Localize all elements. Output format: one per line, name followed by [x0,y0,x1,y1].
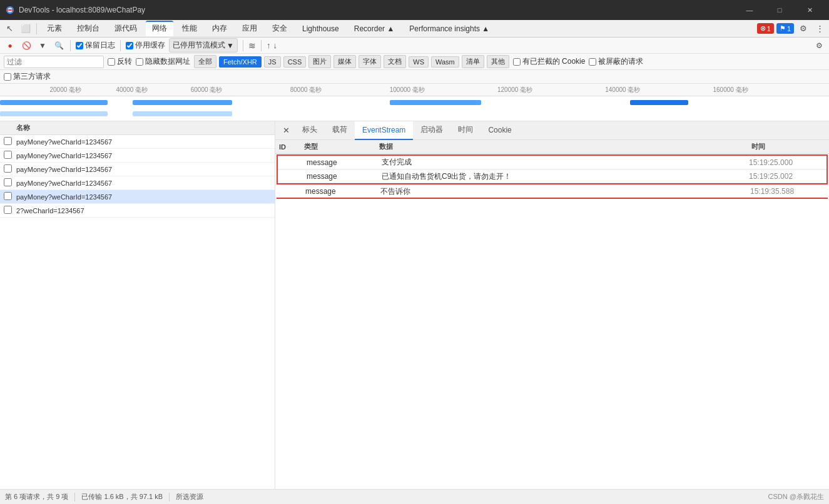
filter-css-btn[interactable]: CSS [283,56,307,68]
status-requests: 第 6 项请求，共 9 项 [5,492,68,501]
toolbar-right: ⊗ 1 ⚑ 1 ⚙ ⋮ [757,22,826,36]
tick-2: 40000 毫秒 [116,86,148,94]
event-data-3: 不告诉你 [377,186,746,197]
tab-application[interactable]: 应用 [236,21,263,36]
more-icon[interactable]: ⋮ [813,22,826,36]
filter-media-btn[interactable]: 媒体 [333,55,356,68]
filter-fetch-xhr-btn[interactable]: Fetch/XHR [219,56,262,68]
request-item-3[interactable]: payMoney?weCharId=1234567 [0,163,275,176]
event-type-3: message [302,187,377,196]
reverse-checkbox[interactable]: 反转 [108,56,132,67]
filter-img-btn[interactable]: 图片 [308,55,331,68]
upload-button[interactable]: ↑ [267,41,271,50]
record-button[interactable]: ● [4,39,16,52]
maximize-button[interactable]: □ [765,0,794,20]
event-row-2[interactable]: message 已通知自动售货机C9出货，请勿走开！ 15:19:25.002 [278,169,826,183]
tab-elements[interactable]: 元素 [41,21,68,36]
detail-tab-payload[interactable]: 载荷 [325,121,355,140]
detail-tab-timing[interactable]: 时间 [450,121,481,140]
right-panel: ✕ 标头 载荷 EventStream 启动器 时间 Cookie ID 类型 … [275,121,829,489]
hide-data-url-checkbox[interactable]: 隐藏数据网址 [136,56,190,67]
tick-3: 60000 毫秒 [191,86,223,94]
left-panel: 名称 payMoney?weCharId=1234567 payMoney?we… [0,121,275,489]
filter-type-buttons: 全部 Fetch/XHR JS CSS 图片 媒体 字体 文档 WS Wasm … [194,55,509,68]
timeline-ruler: 20000 毫秒 40000 毫秒 60000 毫秒 80000 毫秒 1000… [0,84,829,96]
filter-doc-btn[interactable]: 文档 [384,55,406,68]
minimize-button[interactable]: — [735,0,764,20]
filter-clear-btn[interactable]: 清单 [462,55,484,68]
detail-tab-initiator[interactable]: 启动器 [413,121,450,140]
filter-other-btn[interactable]: 其他 [487,55,509,68]
request-item-2[interactable]: payMoney?weCharId=1234567 [0,149,275,163]
timeline-bar-4 [630,100,688,105]
main-area: 名称 payMoney?weCharId=1234567 payMoney?we… [0,121,829,489]
block-button[interactable]: 🚫 [20,39,33,52]
blocked-cookie-checkbox[interactable]: 有已拦截的 Cookie [513,56,586,67]
tab-lighthouse[interactable]: Lighthouse [296,22,345,36]
request-item-5[interactable]: payMoney?weCharId=1234567 [0,190,275,204]
filter-input[interactable] [4,56,104,68]
filter-font-btn[interactable]: 字体 [359,55,381,68]
filter-all-btn[interactable]: 全部 [194,55,216,68]
event-data-2: 已通知自动售货机C9出货，请勿走开！ [378,171,745,182]
request-item-6[interactable]: 2?weCharId=1234567 [0,204,275,218]
timeline-bar-2 [133,100,232,105]
tab-memory[interactable]: 内存 [206,21,233,36]
col-header-type: 类型 [300,142,375,151]
event-time-3: 15:19:35.588 [746,187,828,196]
search-icon[interactable]: 🔍 [53,39,65,52]
persist-log-checkbox[interactable]: 保留日志 [76,40,115,51]
disable-cache-checkbox[interactable]: 停用缓存 [126,40,165,51]
network-controls: ● 🚫 ▼ 🔍 保留日志 停用缓存 已停用节流模式 ▼ ≋ ↑ ↓ ⚙ [0,38,829,54]
nw-settings: ⚙ [813,39,825,52]
request-item-1[interactable]: payMoney?weCharId=1234567 [0,135,275,149]
status-selected: 所选资源 [176,492,203,501]
network-settings-icon[interactable]: ⚙ [813,39,825,52]
event-row-1[interactable]: message 支付完成 15:19:25.000 [278,156,826,169]
throttle-dropdown[interactable]: 已停用节流模式 ▼ [169,38,238,53]
blocked-request-checkbox[interactable]: 被屏蔽的请求 [589,56,643,67]
tab-console[interactable]: 控制台 [71,21,106,36]
col-header-time: 时间 [748,142,829,151]
error-badge[interactable]: ⊗ 1 [757,23,774,34]
event-row-3[interactable]: message 不告诉你 15:19:35.588 [277,185,828,199]
settings-icon[interactable]: ⚙ [796,22,810,36]
download-button[interactable]: ↓ [273,41,277,50]
tab-network[interactable]: 网络 [146,21,173,36]
event-data-1: 支付完成 [378,157,745,168]
event-time-2: 15:19:25.002 [745,172,826,181]
tab-security[interactable]: 安全 [266,21,293,36]
detail-tabs: ✕ 标头 载荷 EventStream 启动器 时间 Cookie [275,121,829,140]
filter-js-btn[interactable]: JS [264,56,281,68]
detail-tab-headers[interactable]: 标头 [295,121,325,140]
warn-badge[interactable]: ⚑ 1 [776,23,794,34]
close-button[interactable]: ✕ [795,0,824,20]
event-stream-table: ID 类型 数据 时间 message 支付完成 15:19:25.000 me… [275,140,829,489]
inspect-icon[interactable]: ↖ [3,22,16,36]
wifi-icon[interactable]: ≋ [248,41,256,51]
status-transferred: 已传输 1.6 kB，共 97.1 kB [81,492,163,501]
request-name-5: payMoney?weCharId=1234567 [16,193,271,201]
request-list[interactable]: payMoney?weCharId=1234567 payMoney?weCha… [0,135,275,489]
filter-icon[interactable]: ▼ [36,39,49,52]
check-1 [4,137,16,146]
request-item-4[interactable]: payMoney?weCharId=1234567 [0,176,275,190]
filter-ws-btn[interactable]: WS [409,56,429,68]
sep2 [70,40,71,51]
check-6 [4,206,16,215]
sep3 [120,40,121,51]
detail-tab-cookies[interactable]: Cookie [481,121,519,140]
devtools-icon [5,5,15,15]
third-party-checkbox[interactable]: 第三方请求 [4,71,51,82]
detail-tab-eventstream[interactable]: EventStream [355,121,413,140]
tab-sources[interactable]: 源代码 [108,21,143,36]
timeline-bar-6 [133,111,232,116]
device-icon[interactable]: ⬜ [19,22,33,36]
col-header-data: 数据 [375,142,748,151]
tab-performance-insights[interactable]: Performance insights ▲ [403,22,496,36]
close-detail-button[interactable]: ✕ [278,121,295,140]
tab-performance[interactable]: 性能 [176,21,203,36]
tab-recorder[interactable]: Recorder ▲ [348,22,401,36]
filter-wasm-btn[interactable]: Wasm [431,56,459,68]
window-title: DevTools - localhost:8089/weChatPay [19,6,735,14]
